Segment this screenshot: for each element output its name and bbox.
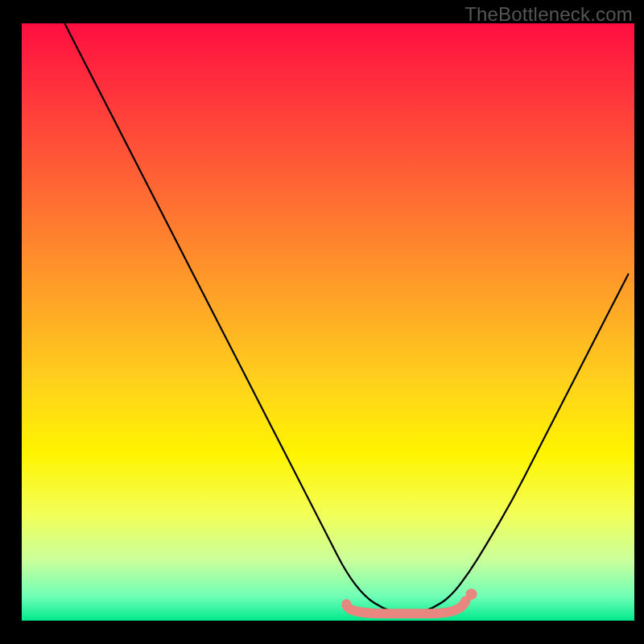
chart-frame: TheBottleneck.com [0, 0, 644, 644]
flat-segment-end-dot [466, 588, 477, 600]
bottleneck-chart [0, 0, 644, 644]
watermark-text: TheBottleneck.com [464, 3, 633, 26]
plot-background [22, 23, 634, 621]
